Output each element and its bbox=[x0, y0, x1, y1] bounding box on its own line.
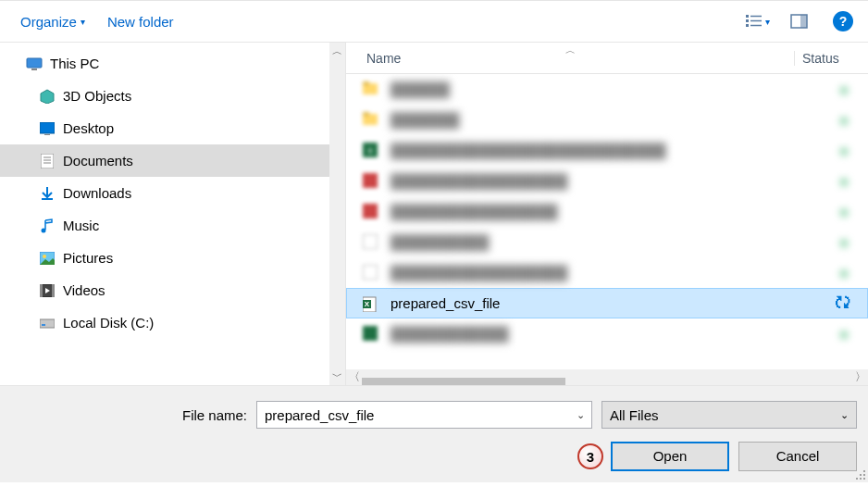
file-name: prepared_csv_file bbox=[391, 295, 819, 311]
column-name[interactable]: ︿ Name bbox=[346, 51, 794, 66]
tree-item-music[interactable]: Music bbox=[0, 209, 329, 242]
scroll-down-icon[interactable]: ﹀ bbox=[329, 368, 345, 385]
tree-item-desktop[interactable]: Desktop bbox=[0, 112, 329, 144]
file-icon bbox=[363, 265, 379, 281]
view-options-button[interactable]: ▾ bbox=[739, 10, 775, 32]
tree-item-documents[interactable]: Documents bbox=[0, 144, 329, 177]
filetype-select[interactable]: All Files ⌄ bbox=[601, 401, 857, 429]
file-row[interactable]: ██████████████████ ● bbox=[346, 257, 868, 288]
file-status: ● bbox=[820, 112, 868, 128]
computer-icon bbox=[26, 56, 43, 72]
file-row[interactable]: ██████ ● bbox=[346, 74, 868, 105]
caret-down-icon: ▾ bbox=[81, 17, 85, 27]
scroll-right-icon[interactable]: 〉 bbox=[852, 369, 868, 385]
file-row[interactable]: ██████████ ● bbox=[346, 227, 868, 257]
main-area: ︿ ﹀ This PC 3D Objects Desktop bbox=[0, 43, 868, 385]
organize-label: Organize bbox=[20, 14, 77, 30]
cancel-button[interactable]: Cancel bbox=[738, 442, 857, 471]
excel-icon: X bbox=[363, 295, 379, 312]
filename-input[interactable] bbox=[256, 401, 592, 429]
column-status-label: Status bbox=[802, 51, 839, 66]
tree-item-videos[interactable]: Videos bbox=[0, 274, 329, 306]
column-status[interactable]: Status bbox=[794, 51, 868, 66]
step-number: 3 bbox=[587, 449, 594, 465]
scroll-left-icon[interactable]: 〈 bbox=[346, 369, 362, 385]
tree-item-local-disk[interactable]: Local Disk (C:) bbox=[0, 306, 329, 339]
file-icon bbox=[363, 234, 379, 251]
tree-label: Pictures bbox=[63, 250, 113, 266]
excel-icon bbox=[363, 326, 379, 343]
file-status: ● bbox=[820, 173, 868, 189]
horizontal-scrollbar[interactable]: 〈 〉 bbox=[346, 369, 868, 385]
svg-rect-39 bbox=[363, 326, 378, 341]
sync-icon: 🗘 bbox=[819, 293, 867, 313]
folder-icon bbox=[363, 81, 379, 98]
file-status: ● bbox=[820, 265, 868, 281]
file-row[interactable]: ███████ ● bbox=[346, 105, 868, 135]
svg-point-43 bbox=[856, 478, 858, 480]
svg-rect-0 bbox=[746, 15, 749, 18]
3d-objects-icon bbox=[39, 88, 56, 105]
svg-rect-22 bbox=[52, 284, 55, 297]
view-grid-icon bbox=[745, 14, 763, 29]
tree-label: Local Disk (C:) bbox=[63, 315, 154, 331]
preview-pane-button[interactable] bbox=[785, 10, 814, 32]
excel-icon: x bbox=[363, 143, 379, 159]
tree-item-3d-objects[interactable]: 3D Objects bbox=[0, 80, 329, 112]
nav-scrollbar[interactable]: ︿ ﹀ bbox=[329, 43, 345, 385]
dropdown-caret-icon: ⌄ bbox=[840, 409, 849, 421]
file-name: ████████████████████████████ bbox=[391, 143, 820, 158]
organize-menu[interactable]: Organize ▾ bbox=[9, 8, 96, 35]
file-row[interactable]: ████████████ ● bbox=[346, 318, 868, 349]
column-header: ︿ Name Status bbox=[346, 43, 868, 74]
tree-label: Downloads bbox=[63, 185, 131, 201]
pictures-icon bbox=[39, 250, 56, 267]
file-status: ● bbox=[820, 143, 868, 158]
tree-item-downloads[interactable]: Downloads bbox=[0, 177, 329, 209]
resize-grip[interactable] bbox=[855, 469, 866, 480]
tree-item-this-pc[interactable]: This PC bbox=[0, 47, 329, 80]
toolbar: Organize ▾ New folder ▾ ? bbox=[0, 0, 868, 43]
column-name-label: Name bbox=[366, 51, 401, 66]
svg-rect-11 bbox=[40, 122, 55, 133]
svg-point-45 bbox=[863, 478, 865, 480]
file-icon bbox=[363, 204, 379, 220]
new-folder-button[interactable]: New folder bbox=[96, 8, 185, 35]
tree-label: Documents bbox=[63, 153, 133, 168]
open-button[interactable]: Open bbox=[611, 442, 729, 471]
file-icon bbox=[363, 173, 379, 190]
file-status: ● bbox=[820, 81, 868, 97]
file-row-selected[interactable]: X prepared_csv_file 🗘 bbox=[346, 288, 868, 318]
file-name: ██████████ bbox=[391, 234, 820, 250]
desktop-icon bbox=[39, 120, 56, 137]
svg-rect-2 bbox=[746, 24, 749, 27]
svg-rect-13 bbox=[41, 154, 54, 168]
svg-point-42 bbox=[863, 474, 865, 476]
svg-point-40 bbox=[863, 470, 865, 472]
dialog-footer: File name: ⌄ All Files ⌄ 3 Open Cancel bbox=[0, 385, 868, 482]
help-icon: ? bbox=[833, 11, 853, 31]
svg-rect-8 bbox=[27, 58, 42, 68]
open-label: Open bbox=[653, 448, 688, 464]
file-row[interactable]: █████████████████ ● bbox=[346, 196, 868, 227]
step-badge: 3 bbox=[577, 443, 603, 469]
svg-rect-33 bbox=[363, 204, 378, 218]
svg-point-19 bbox=[43, 255, 46, 258]
file-row[interactable]: ██████████████████ ● bbox=[346, 166, 868, 196]
svg-rect-21 bbox=[40, 284, 43, 297]
tree-item-pictures[interactable]: Pictures bbox=[0, 242, 329, 274]
file-status: ● bbox=[820, 234, 868, 250]
tree-label: Videos bbox=[63, 282, 105, 298]
help-button[interactable]: ? bbox=[827, 7, 859, 35]
svg-text:X: X bbox=[365, 300, 370, 308]
svg-rect-9 bbox=[31, 69, 37, 70]
file-name: ███████ bbox=[391, 112, 820, 128]
scroll-up-icon[interactable]: ︿ bbox=[329, 43, 345, 60]
svg-point-44 bbox=[860, 478, 862, 480]
drive-icon bbox=[39, 315, 56, 331]
cancel-label: Cancel bbox=[776, 448, 820, 464]
videos-icon bbox=[39, 282, 56, 299]
file-status: ● bbox=[820, 204, 868, 219]
file-row[interactable]: x ████████████████████████████ ● bbox=[346, 135, 868, 166]
svg-rect-24 bbox=[40, 319, 55, 328]
